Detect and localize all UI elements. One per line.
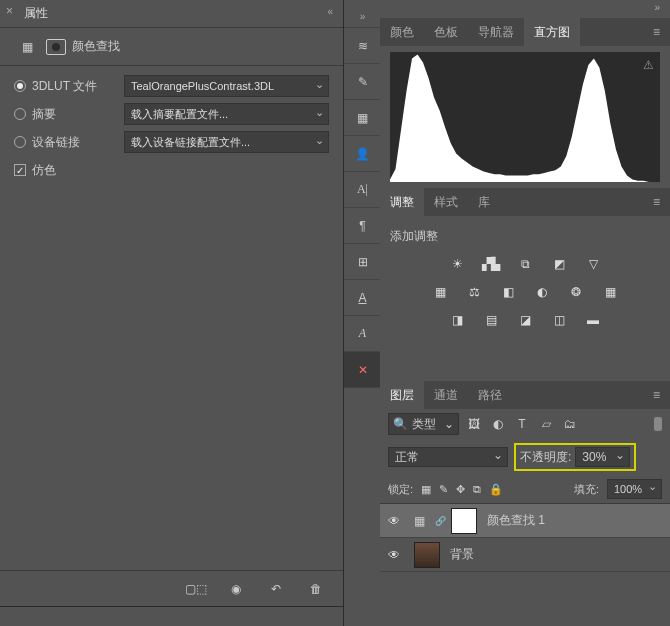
mask-thumb[interactable] (451, 508, 477, 534)
dither-row: ✓ 仿色 (0, 156, 343, 184)
device-select[interactable]: 载入设备链接配置文件... (124, 131, 329, 153)
curves-icon[interactable]: ⧉ (515, 255, 535, 273)
filter-adjust-icon[interactable]: ◐ (489, 415, 507, 433)
strip-sliders-icon[interactable]: ≋ (344, 28, 381, 64)
lock-all-icon[interactable]: 🔒 (489, 483, 503, 496)
menu-icon-3[interactable]: ≡ (653, 388, 660, 402)
lock-brush-icon[interactable]: ✎ (439, 483, 448, 496)
footer-trash-icon[interactable]: 🗑 (303, 576, 329, 602)
tab-channels[interactable]: 通道 (424, 381, 468, 409)
posterize-icon[interactable]: ▤ (481, 311, 501, 329)
strip-brush-icon[interactable]: ✎ (344, 64, 381, 100)
tab-library[interactable]: 库 (468, 188, 500, 216)
opacity-highlight: 不透明度: 30% (514, 443, 636, 471)
warning-icon[interactable]: ⚠ (643, 58, 654, 72)
threshold-icon[interactable]: ◪ (515, 311, 535, 329)
filter-kind-select[interactable]: 🔍 类型 ⌄ (388, 413, 459, 435)
radio-device[interactable] (14, 136, 26, 148)
strip-close-icon[interactable]: ✕ (344, 352, 381, 388)
search-icon: 🔍 (393, 417, 408, 431)
tab-adjust[interactable]: 调整 (380, 188, 424, 216)
tab-navigator[interactable]: 导航器 (468, 18, 524, 46)
hue-icon[interactable]: ▦ (430, 283, 450, 301)
filter-smart-icon[interactable]: 🗂 (561, 415, 579, 433)
adjustments-area: 添加调整 ☀ ▞▙ ⧉ ◩ ▽ ▦ ⚖ ◧ ◐ ❂ ▦ ◨ ▤ ◪ ◫ ▬ (380, 216, 670, 341)
footer-clip-icon[interactable]: ▢⬚ (183, 576, 209, 602)
properties-title: 属性 (24, 5, 48, 22)
visibility-icon[interactable]: 👁 (388, 548, 404, 562)
footer-reset-icon[interactable]: ↶ (263, 576, 289, 602)
expand-strip-icon[interactable]: » (344, 6, 381, 28)
photo-filter-icon[interactable]: ◐ (532, 283, 552, 301)
menu-icon-2[interactable]: ≡ (653, 195, 660, 209)
collapse-right-icon[interactable]: » (654, 2, 660, 13)
radio-abstract[interactable] (14, 108, 26, 120)
brightness-icon[interactable]: ☀ (447, 255, 467, 273)
panel-resize-handle[interactable] (0, 606, 343, 626)
color-lookup-icon[interactable]: ▦ (600, 283, 620, 301)
strip-swatch-icon[interactable]: ▦ (344, 100, 381, 136)
footer-eye-icon[interactable]: ◉ (223, 576, 249, 602)
strip-char-icon[interactable]: A| (344, 172, 381, 208)
filter-toggle[interactable] (654, 417, 662, 431)
strip-blank (344, 388, 381, 626)
bg-thumb (414, 542, 440, 568)
channel-mixer-icon[interactable]: ❂ (566, 283, 586, 301)
exposure-icon[interactable]: ◩ (549, 255, 569, 273)
strip-a-icon[interactable]: A (344, 280, 381, 316)
link-icon[interactable]: 🔗 (435, 516, 441, 526)
selective-color-icon[interactable]: ◫ (549, 311, 569, 329)
opacity-select[interactable]: 30% (575, 447, 630, 467)
gradient-map-icon[interactable]: ▬ (583, 311, 603, 329)
strip-glyph-icon[interactable]: ⊞ (344, 244, 381, 280)
close-x[interactable]: × (6, 4, 13, 18)
abstract-row: 摘要 载入摘要配置文件... (0, 100, 343, 128)
top-tabs: 颜色 色板 导航器 直方图 ≡ (380, 18, 670, 46)
visibility-icon[interactable]: 👁 (388, 514, 404, 528)
tab-styles[interactable]: 样式 (424, 188, 468, 216)
checkbox-dither[interactable]: ✓ (14, 164, 26, 176)
device-row: 设备链接 载入设备链接配置文件... (0, 128, 343, 156)
layer-filter-bar: 🔍 类型 ⌄ 🖼 ◐ T ▱ 🗂 (380, 409, 670, 439)
collapse-icon[interactable]: « (327, 6, 333, 17)
filter-type-icon[interactable]: T (513, 415, 531, 433)
tab-histogram[interactable]: 直方图 (524, 18, 580, 46)
strip-user-icon[interactable]: 👤 (344, 136, 381, 172)
lock-label: 锁定: (388, 482, 413, 497)
radio-3dlut[interactable] (14, 80, 26, 92)
tab-swatches[interactable]: 色板 (424, 18, 468, 46)
tab-layers[interactable]: 图层 (380, 381, 424, 409)
bw-icon[interactable]: ◧ (498, 283, 518, 301)
tab-paths[interactable]: 路径 (468, 381, 512, 409)
filter-pixel-icon[interactable]: 🖼 (465, 415, 483, 433)
strip-italic-a-icon[interactable]: A (344, 316, 381, 352)
adjust-icons-row2: ▦ ⚖ ◧ ◐ ❂ ▦ (390, 279, 660, 307)
lut-label: 3DLUT 文件 (32, 78, 120, 95)
mask-icon[interactable] (46, 39, 66, 55)
lock-move-icon[interactable]: ✥ (456, 483, 465, 496)
invert-icon[interactable]: ◨ (447, 311, 467, 329)
fill-select[interactable]: 100% (607, 479, 662, 499)
layer-tabs: 图层 通道 路径 ≡ (380, 381, 670, 409)
lut-row: 3DLUT 文件 TealOrangePlusContrast.3DL (0, 72, 343, 100)
layer-color-lookup[interactable]: 👁 ▦ 🔗 颜色查找 1 (380, 504, 670, 538)
lut-select[interactable]: TealOrangePlusContrast.3DL (124, 75, 329, 97)
filter-shape-icon[interactable]: ▱ (537, 415, 555, 433)
histogram-svg (390, 52, 660, 182)
levels-icon[interactable]: ▞▙ (481, 255, 501, 273)
balance-icon[interactable]: ⚖ (464, 283, 484, 301)
abstract-select[interactable]: 载入摘要配置文件... (124, 103, 329, 125)
blend-mode-select[interactable]: 正常 (388, 447, 508, 467)
lock-trans-icon[interactable]: ▦ (421, 483, 431, 496)
properties-panel: × 属性 « ▦ 颜色查找 3DLUT 文件 TealOrangePlusCon… (0, 0, 343, 626)
gap (380, 341, 670, 381)
lock-nest-icon[interactable]: ⧉ (473, 483, 481, 496)
strip-para-icon[interactable]: ¶ (344, 208, 381, 244)
layer-background[interactable]: 👁 背景 (380, 538, 670, 572)
panel-tab-properties[interactable]: × 属性 « (0, 0, 343, 28)
right-panel: » 颜色 色板 导航器 直方图 ≡ ⚠ 调整 样式 库 ≡ 添加调整 ☀ ▞▙ … (380, 0, 670, 626)
menu-icon[interactable]: ≡ (653, 25, 660, 39)
tab-color[interactable]: 颜色 (380, 18, 424, 46)
vibrance-icon[interactable]: ▽ (583, 255, 603, 273)
adjust-icons-row3: ◨ ▤ ◪ ◫ ▬ (390, 307, 660, 335)
